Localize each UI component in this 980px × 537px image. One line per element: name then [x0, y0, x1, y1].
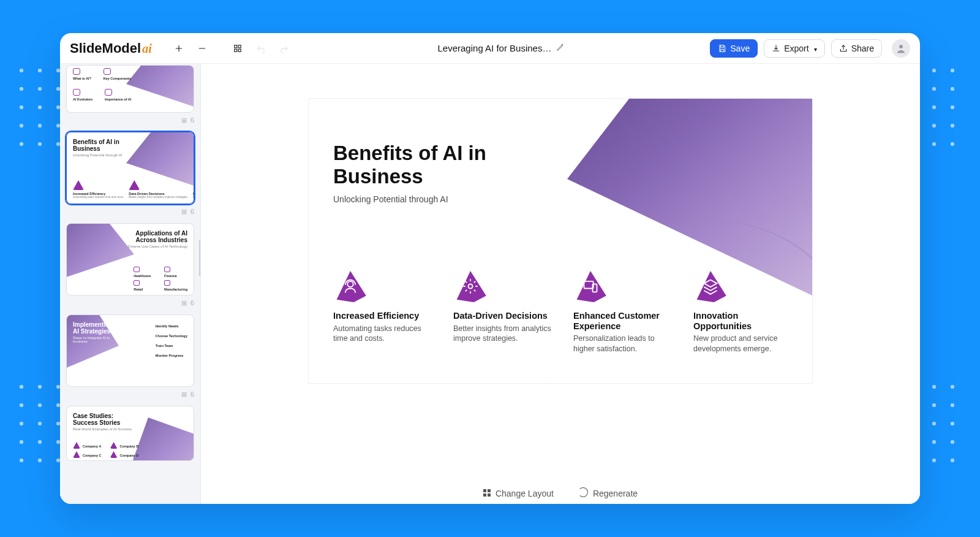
feature-icon [193, 180, 194, 190]
thumbnail-layout-icon: ⊞ [181, 116, 187, 124]
thumbnail-items: Increased Efficiency Automating tasks re… [73, 180, 194, 199]
topbar: SlideModelai Leveraging AI for Busines… [60, 33, 920, 64]
thumbnail-title: Implementing AI Strategies [73, 321, 116, 335]
feature-item[interactable]: Enhanced Customer Experience Personaliza… [573, 270, 677, 354]
thumbnail-image [126, 132, 194, 188]
current-slide[interactable]: Benefits of AI in Business Unlocking Pot… [308, 98, 813, 384]
save-icon [718, 44, 726, 53]
user-avatar[interactable] [892, 39, 910, 58]
feature-desc: New product and service developments eme… [693, 333, 797, 354]
layouts-button[interactable] [229, 40, 246, 57]
share-label: Share [851, 44, 874, 53]
feature-title: Increased Efficiency [333, 311, 437, 321]
thumbnail-layout-icon: ⊞ [181, 208, 187, 216]
feature-icon [110, 451, 118, 458]
feature-title: Innovation Opportunities [693, 311, 797, 331]
feature-desc: Better insights from analytics improve s… [453, 324, 557, 344]
person-icon [895, 43, 907, 54]
feature-item[interactable]: Data-Driven Decisions Better insights fr… [453, 270, 557, 354]
thumbnail-subtitle: Real-World Examples of AI Success [73, 427, 136, 431]
svg-rect-3 [238, 49, 241, 51]
feature-icon [134, 267, 140, 272]
feature-icon [73, 442, 80, 449]
plus-icon [175, 44, 183, 53]
slide-thumbnails-panel[interactable]: What is AI? Key Components AI Evolution … [60, 64, 201, 504]
document-title: Leveraging AI for Busines… [438, 43, 552, 53]
feature-title: Enhanced Customer Experience [573, 311, 677, 331]
feature-icon [73, 180, 84, 190]
refresh-icon [578, 487, 588, 499]
grid-icon [483, 489, 491, 498]
feature-icon [134, 280, 140, 286]
thumbnail-slide[interactable]: Applications of AI Across Industries Div… [66, 223, 194, 295]
thumbnail-items: What is AI? Key Components AI Evolution … [73, 68, 134, 101]
thumbnail-title: Applications of AI Across Industries [114, 230, 187, 243]
feature-desc: Personalization leads to higher satisfac… [573, 333, 677, 354]
svg-rect-2 [234, 49, 236, 51]
export-button[interactable]: Export [764, 39, 824, 58]
feature-icon [164, 267, 170, 272]
share-button[interactable]: Share [831, 39, 882, 58]
edit-title-button[interactable] [556, 43, 565, 53]
thumbnail-layout-icon: ⊞ [181, 299, 187, 307]
save-label: Save [730, 44, 750, 53]
thumbnail-slide[interactable]: Case Studies: Success Stories Real-World… [66, 406, 194, 461]
redo-icon [279, 44, 289, 53]
thumbnail-slide[interactable]: What is AI? Key Components AI Evolution … [66, 65, 194, 113]
chevron-down-icon [813, 44, 817, 53]
canvas-area: Benefits of AI in Business Unlocking Pot… [201, 64, 920, 504]
feature-icon [110, 442, 118, 449]
remove-slide-button[interactable] [194, 40, 211, 57]
minus-icon [198, 44, 206, 53]
gear-icon [453, 270, 488, 302]
slide-actions: Change Layout Regenerate [201, 487, 920, 499]
svg-rect-1 [238, 45, 241, 47]
thumbnail-slide[interactable]: Implementing AI Strategies Steps to inte… [66, 314, 194, 387]
feature-icon [73, 89, 80, 96]
feature-icon [73, 68, 80, 75]
thumbnail-items: Healthcare Finance Retail Manufacturing [134, 267, 187, 291]
thumbnail-title: Benefits of AI in Business [73, 139, 136, 152]
feature-icon [73, 451, 80, 458]
add-slide-button[interactable] [170, 40, 187, 57]
thumbnail-image [126, 65, 194, 109]
undo-button[interactable] [252, 40, 270, 57]
document-title-wrap[interactable]: Leveraging AI for Busines… [438, 43, 565, 53]
feature-desc: Automating tasks reduces time and costs. [333, 324, 437, 344]
download-icon [772, 44, 780, 53]
layers-icon [693, 270, 728, 302]
thumbnail-item-count: 6 [190, 390, 194, 398]
thumbnail-subtitle: Steps to integrate AI in business [73, 336, 116, 343]
svg-rect-7 [584, 281, 594, 289]
change-layout-label: Change Layout [496, 489, 554, 498]
change-layout-button[interactable]: Change Layout [483, 487, 554, 499]
brand-suffix: ai [142, 42, 152, 56]
feature-icon [105, 89, 112, 96]
export-label: Export [784, 44, 809, 53]
thumbnail-title: Case Studies: Success Stories [73, 413, 136, 426]
undo-icon [256, 44, 266, 53]
slide-title[interactable]: Benefits of AI in Business [333, 142, 554, 188]
thumbnail-subtitle: Unlocking Potential through AI [73, 153, 136, 157]
redo-button[interactable] [276, 40, 293, 57]
app-window: SlideModelai Leveraging AI for Busines… [60, 33, 920, 504]
svg-point-4 [899, 45, 903, 48]
feature-item[interactable]: Innovation Opportunities New product and… [693, 270, 797, 354]
thumbnail-slide[interactable]: Benefits of AI in Business Unlocking Pot… [66, 132, 194, 204]
thumbnail-item-count: 6 [190, 116, 194, 124]
brand-name: SlideModel [70, 40, 141, 56]
devices-icon [573, 270, 608, 302]
body: What is AI? Key Components AI Evolution … [60, 64, 920, 504]
feature-icon [104, 68, 111, 75]
feature-title: Data-Driven Decisions [453, 311, 557, 321]
thumbnail-subtitle: Diverse Use Cases of AI Technology [114, 245, 187, 248]
regenerate-button[interactable]: Regenerate [578, 487, 638, 499]
feature-icon [129, 180, 140, 190]
thumbnail-items: Identify Needs Choose Technology Train T… [156, 322, 187, 357]
svg-rect-0 [234, 45, 236, 47]
brand-logo: SlideModelai [70, 40, 152, 56]
pencil-icon [556, 43, 565, 51]
save-button[interactable]: Save [710, 39, 758, 58]
slide-subtitle[interactable]: Unlocking Potential through AI [333, 194, 448, 204]
feature-item[interactable]: Increased Efficiency Automating tasks re… [333, 270, 437, 354]
